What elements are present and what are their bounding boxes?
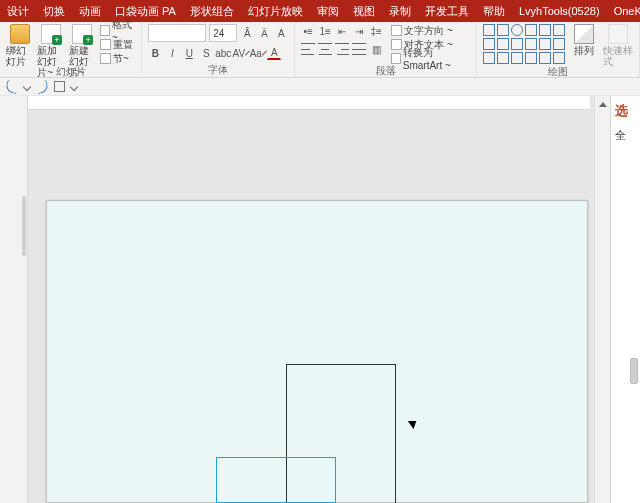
increase-font-icon[interactable]: Â bbox=[240, 26, 254, 40]
start-from-beginning-icon[interactable] bbox=[54, 81, 65, 92]
chevron-down-icon bbox=[262, 51, 267, 56]
edit-area bbox=[0, 96, 610, 503]
scroll-up-icon[interactable] bbox=[595, 96, 611, 112]
shape-icon[interactable] bbox=[553, 24, 565, 36]
qat-more-icon[interactable] bbox=[70, 82, 78, 90]
tab-view[interactable]: 视图 bbox=[346, 0, 382, 22]
shapes-gallery[interactable] bbox=[483, 24, 565, 64]
shape-oval-icon[interactable] bbox=[511, 24, 523, 36]
shape-connector-icon[interactable] bbox=[511, 38, 523, 50]
shape-icon[interactable] bbox=[539, 24, 551, 36]
case-icon[interactable]: Aa bbox=[250, 46, 264, 60]
align-left-icon[interactable] bbox=[301, 43, 315, 55]
selection-pane-title: 选 bbox=[615, 102, 636, 120]
font-size-select[interactable]: 24 bbox=[209, 24, 237, 42]
vertical-scrollbar[interactable] bbox=[594, 96, 610, 503]
side-panel-scrollbar[interactable] bbox=[630, 358, 638, 384]
shape-line-icon[interactable] bbox=[483, 38, 495, 50]
quick-styles-icon bbox=[608, 24, 628, 44]
shape-brace-icon[interactable] bbox=[497, 52, 509, 64]
tab-lvyhtools[interactable]: LvyhTools(0528) bbox=[512, 0, 607, 22]
rectangle-shape-blue[interactable] bbox=[216, 457, 336, 503]
align-text-icon bbox=[391, 39, 402, 50]
columns-icon[interactable]: ▥ bbox=[369, 42, 383, 56]
shape-icon[interactable] bbox=[539, 52, 551, 64]
paste-button[interactable]: 绑幻灯片 bbox=[6, 24, 33, 67]
clipboard-icon bbox=[10, 24, 30, 44]
cursor-icon bbox=[410, 418, 420, 432]
redo-icon[interactable] bbox=[35, 79, 50, 94]
quick-styles-button[interactable]: 快速样式 bbox=[603, 24, 633, 67]
shape-rect-icon[interactable] bbox=[483, 24, 495, 36]
group-label-drawing: 绘图 bbox=[548, 66, 568, 78]
layout-icon bbox=[100, 25, 110, 36]
undo-icon[interactable] bbox=[5, 79, 20, 94]
ruler-horizontal bbox=[28, 96, 590, 110]
text-direction-icon bbox=[391, 25, 402, 36]
tab-shape-combo[interactable]: 形状组合 bbox=[183, 0, 241, 22]
reset-option[interactable]: 重置 bbox=[100, 38, 135, 51]
reset-icon bbox=[100, 39, 111, 50]
indent-left-icon[interactable]: ⇤ bbox=[335, 24, 349, 38]
font-family-select[interactable] bbox=[148, 24, 206, 42]
group-label-paragraph: 段落 bbox=[376, 65, 396, 77]
italic-icon[interactable]: I bbox=[165, 46, 179, 60]
group-label-font: 字体 bbox=[208, 64, 228, 76]
bold-icon[interactable]: B bbox=[148, 46, 162, 60]
shape-brace-icon[interactable] bbox=[483, 52, 495, 64]
align-justify-icon[interactable] bbox=[352, 43, 366, 55]
text-direction-option[interactable]: 文字方向 ~ bbox=[391, 24, 470, 37]
ribbon-tabs: 设计 切换 动画 口袋动画 PA 形状组合 幻灯片放映 审阅 视图 录制 开发工… bbox=[0, 0, 640, 22]
shape-rect-icon[interactable] bbox=[497, 24, 509, 36]
shape-line-icon[interactable] bbox=[497, 38, 509, 50]
tab-dev-tools[interactable]: 开发工具 bbox=[418, 0, 476, 22]
bullets-icon[interactable]: •≡ bbox=[301, 24, 315, 38]
spacing-icon[interactable]: AV bbox=[233, 46, 247, 60]
shape-icon[interactable] bbox=[525, 52, 537, 64]
shape-icon[interactable] bbox=[539, 38, 551, 50]
shape-arrow-icon[interactable] bbox=[525, 24, 537, 36]
clear-format-icon[interactable]: A bbox=[274, 26, 288, 40]
undo-dropdown-icon[interactable] bbox=[23, 82, 31, 90]
tab-design[interactable]: 设计 bbox=[0, 0, 36, 22]
thumbnail-pane[interactable] bbox=[0, 96, 28, 503]
layout-option[interactable]: 格式~ bbox=[100, 24, 135, 37]
tab-slideshow[interactable]: 幻灯片放映 bbox=[241, 0, 310, 22]
tab-transition[interactable]: 切换 bbox=[36, 0, 72, 22]
quick-access-toolbar bbox=[0, 78, 640, 96]
quick-styles-label: 快速样式 bbox=[603, 45, 633, 67]
paste-label: 绑幻灯片 bbox=[6, 45, 33, 67]
group-label-slides: 幻灯片 bbox=[56, 66, 86, 78]
slide-options: 格式~ 重置 节~ bbox=[100, 24, 135, 65]
thumbnail-scrollbar[interactable] bbox=[22, 196, 26, 256]
numbering-icon[interactable]: 1≡ bbox=[318, 24, 332, 38]
tab-animation[interactable]: 动画 bbox=[72, 0, 108, 22]
tab-onekey[interactable]: OneKey Lite bbox=[607, 0, 640, 22]
new-slide-icon-2 bbox=[72, 24, 92, 44]
smartart-option[interactable]: 转换为 SmartArt ~ bbox=[391, 52, 470, 65]
ribbon: 绑幻灯片 新加 幻灯片~ 新建 幻灯片~ 格式~ 重置 节~ 幻灯片 24 Â bbox=[0, 22, 640, 78]
tab-record[interactable]: 录制 bbox=[382, 0, 418, 22]
align-center-icon[interactable] bbox=[318, 43, 332, 55]
strike-icon[interactable]: S bbox=[199, 46, 213, 60]
shape-more-icon[interactable] bbox=[553, 52, 565, 64]
shape-star-icon[interactable] bbox=[511, 52, 523, 64]
shape-icon[interactable] bbox=[525, 38, 537, 50]
align-right-icon[interactable] bbox=[335, 43, 349, 55]
arrange-button[interactable]: 排列 bbox=[569, 24, 599, 56]
selection-pane-all[interactable]: 全 bbox=[615, 128, 636, 143]
tab-review[interactable]: 审阅 bbox=[310, 0, 346, 22]
tab-help[interactable]: 帮助 bbox=[476, 0, 512, 22]
font-color-icon[interactable]: A bbox=[267, 46, 281, 60]
smartart-icon bbox=[391, 53, 400, 64]
decrease-font-icon[interactable]: Ǎ bbox=[257, 26, 271, 40]
shape-icon[interactable] bbox=[553, 38, 565, 50]
arrange-label: 排列 bbox=[574, 45, 594, 56]
indent-right-icon[interactable]: ⇥ bbox=[352, 24, 366, 38]
section-option[interactable]: 节~ bbox=[100, 52, 135, 65]
line-spacing-icon[interactable]: ‡≡ bbox=[369, 24, 383, 38]
shadow-icon[interactable]: abc bbox=[216, 46, 230, 60]
underline-icon[interactable]: U bbox=[182, 46, 196, 60]
new-slide-icon bbox=[41, 24, 61, 44]
group-drawing: 排列 快速样式 绘图 bbox=[477, 22, 640, 77]
